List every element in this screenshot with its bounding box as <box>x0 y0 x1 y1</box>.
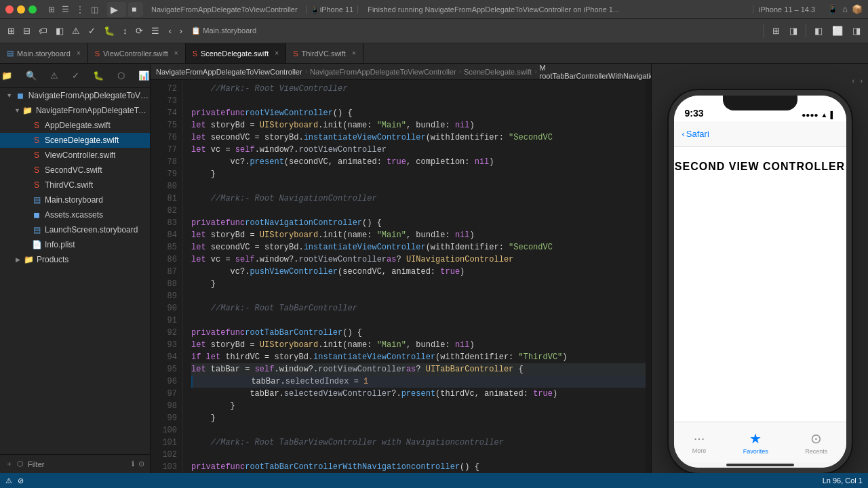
phone-tab-recents[interactable]: ⊙ Recents <box>805 430 827 455</box>
scheme-selector[interactable]: NavigateFromAppDelegateToViewController <box>147 5 302 14</box>
toolbar-grid-btn[interactable]: ⊞ <box>4 22 18 40</box>
breadcrumb-item-3[interactable]: M rootTabBarControllerWithNavigationcont… <box>540 64 651 80</box>
run-button[interactable]: ▶ <box>107 2 126 17</box>
sidebar-item-products[interactable]: ▶ 📁 Products <box>0 252 150 267</box>
editor-breadcrumb: 📋 Main.storyboard <box>189 26 759 35</box>
close-button[interactable] <box>5 5 14 14</box>
sidebar-item-appdelegate[interactable]: ▶ S AppDelegate.swift <box>0 118 150 133</box>
code-line-73 <box>191 95 646 107</box>
tab-main-storyboard[interactable]: ▤ Main.storyboard × <box>0 43 88 64</box>
toolbar-icon-grid[interactable]: ⊞ <box>46 5 57 14</box>
minimap-panel <box>646 80 651 473</box>
tab-close-scene[interactable]: × <box>275 49 279 57</box>
filter-icon[interactable]: ⬡ <box>17 460 24 468</box>
back-chevron: ‹ <box>682 129 685 139</box>
breadcrumb-item-2[interactable]: SceneDelegate.swift <box>464 68 532 76</box>
sidebar-label-project: NavigateFromAppDelegateToVie... <box>28 91 150 100</box>
breadcrumb-item-1[interactable]: NavigateFromAppDelegateToViewController <box>310 68 456 76</box>
toolbar-icon-info[interactable]: ◫ <box>89 5 100 14</box>
sidebar-item-scenedelegate[interactable]: ▶ S SceneDelegate.swift <box>0 133 150 148</box>
toolbar-history-btn[interactable]: ⟳ <box>132 22 146 40</box>
toolbar-icon-list[interactable]: ☰ <box>60 5 71 14</box>
code-line-92: private func rootTabBarController() { <box>191 327 646 339</box>
breadcrumb-bar: NavigateFromAppDelegateToViewController … <box>151 64 651 80</box>
code-line-95: let tabBar = self.window?.rootViewContro… <box>191 363 646 375</box>
nav-icon-reports[interactable]: 📊 <box>136 69 151 82</box>
toolbar-icon-home[interactable]: ⌂ <box>842 4 848 14</box>
nav-icon-issues[interactable]: ⚠ <box>47 69 61 82</box>
code-line-91 <box>191 314 646 327</box>
plus-icon[interactable]: ＋ <box>5 459 13 469</box>
minimize-button[interactable] <box>17 5 25 14</box>
breadcrumb-sep-2: › <box>534 68 536 75</box>
nav-icon-search[interactable]: 🔍 <box>23 69 39 82</box>
minimap-btn[interactable]: ◨ <box>786 22 801 40</box>
toolbar-icon-devices[interactable]: 📱 <box>827 4 838 14</box>
sim-nav-left[interactable]: ‹ <box>852 77 854 85</box>
tab-close-third[interactable]: × <box>352 49 356 57</box>
maximize-button[interactable] <box>28 5 37 14</box>
sidebar-item-infoplist[interactable]: ▶ 📄 Info.plist <box>0 237 150 252</box>
status-icon-error: ⊘ <box>18 476 24 485</box>
phone-notch <box>723 96 797 110</box>
sim-nav-right[interactable]: › <box>861 77 863 85</box>
warning-icon[interactable]: ⊙ <box>138 460 144 468</box>
sidebar-item-project[interactable]: ▼ ◼ NavigateFromAppDelegateToVie... <box>0 88 150 103</box>
sidebar-item-group[interactable]: ▼ 📁 NavigateFromAppDelegateToVie... <box>0 103 150 118</box>
simulator-nav: ‹ › <box>852 77 868 85</box>
phone-screen-title: SECOND VIEW CONTROLLER <box>675 161 845 173</box>
toolbar-issues-btn[interactable]: ⚠ <box>68 22 83 40</box>
panel-right-btn[interactable]: ◨ <box>849 22 864 40</box>
tree-arrow-products: ▶ <box>14 256 22 264</box>
toolbar-icon-pkg[interactable]: 📦 <box>852 4 863 14</box>
phone-tab-favorites[interactable]: ★ Favorites <box>743 430 768 455</box>
phone-tab-more[interactable]: ··· More <box>692 430 707 454</box>
split-editor-btn[interactable]: ⊞ <box>769 22 783 40</box>
nav-back-btn[interactable]: ‹ <box>165 22 175 40</box>
breadcrumb-item-0[interactable]: NavigateFromAppDelegateToViewController <box>156 68 302 76</box>
code-line-77: let vc = self.window?.rootViewController <box>191 144 646 156</box>
code-editor[interactable]: 7273747576 7778798081 8283848586 8788899… <box>151 80 651 473</box>
toolbar-loc-btn[interactable]: ☰ <box>148 22 163 40</box>
tab-scenedelegate[interactable]: S SceneDelegate.swift × <box>186 43 286 64</box>
toolbar-group-nav: ⊞ ⊟ 🏷 ◧ ⚠ ✓ 🐛 ↕ ⟳ ☰ <box>4 22 163 40</box>
toolbar-list-btn[interactable]: ⊟ <box>20 22 34 40</box>
sidebar-item-viewcontroller[interactable]: ▶ S ViewController.swift <box>0 148 150 163</box>
tab-close-main[interactable]: × <box>77 49 81 57</box>
panel-left-btn[interactable]: ◧ <box>811 22 826 40</box>
info-icon[interactable]: ℹ <box>132 460 134 468</box>
editor-wrapper: NavigateFromAppDelegateToViewController … <box>151 64 651 473</box>
toolbar-hierarchy-btn[interactable]: ◧ <box>52 22 67 40</box>
toolbar-source-btn[interactable]: ↕ <box>119 22 131 40</box>
tab-thirdvc[interactable]: S ThirdVC.swift × <box>286 43 363 64</box>
right-device-info: iPhone 11 – 14.3 <box>753 5 821 14</box>
sidebar-label-appdelegate: AppDelegate.swift <box>45 121 111 130</box>
code-line-82 <box>191 205 646 217</box>
sidebar-item-mainstoryboard[interactable]: ▶ ▤ Main.storyboard <box>0 192 150 207</box>
toolbar-test-btn[interactable]: ✓ <box>85 22 99 40</box>
nav-icon-breakpoints[interactable]: ⬡ <box>115 69 127 82</box>
phone-home-indicator <box>674 462 846 468</box>
nav-forward-btn[interactable]: › <box>176 22 186 40</box>
toolbar-icon-hierarchy[interactable]: ⋮ <box>74 5 86 14</box>
toolbar-tag-btn[interactable]: 🏷 <box>35 22 51 40</box>
phone-back-button[interactable]: ‹ Safari <box>682 129 709 139</box>
stop-button[interactable]: ■ <box>128 2 143 17</box>
sidebar-item-assets[interactable]: ▶ ◼ Assets.xcassets <box>0 207 150 222</box>
code-content[interactable]: //Mark:- Root ViewController private fun… <box>183 80 646 473</box>
code-line-80 <box>191 180 646 192</box>
tab-close-vc[interactable]: × <box>174 49 178 57</box>
nav-icon-debug[interactable]: 🐛 <box>90 69 106 82</box>
device-selector[interactable]: 📱iPhone 11 <box>306 5 359 14</box>
nav-icon-files[interactable]: 📁 <box>0 69 15 82</box>
sidebar-item-secondvc[interactable]: ▶ S SecondVC.swift <box>0 163 150 178</box>
toolbar-debug-btn[interactable]: 🐛 <box>100 22 118 40</box>
panel-bottom-btn[interactable]: ⬜ <box>829 22 846 40</box>
tab-viewcontroller[interactable]: S ViewController.swift × <box>88 43 186 64</box>
sidebar-label-plist: Info.plist <box>45 240 75 249</box>
sidebar-item-launchscreen[interactable]: ▶ ▤ LaunchScreen.storyboard <box>0 222 150 237</box>
sidebar-item-thirdvc[interactable]: ▶ S ThirdVC.swift <box>0 178 150 192</box>
xcassets-icon: ◼ <box>31 209 42 220</box>
code-line-79: } <box>191 168 646 180</box>
nav-icon-test[interactable]: ✓ <box>69 69 82 82</box>
